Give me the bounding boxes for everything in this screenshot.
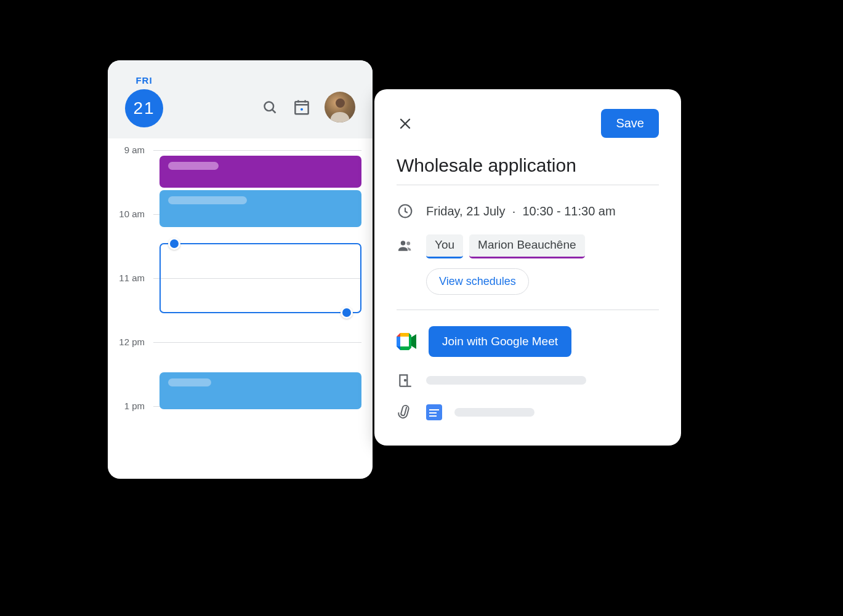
attendee-chips: You Marion Beauchêne	[426, 234, 585, 258]
attendees-row: You Marion Beauchêne View schedules	[397, 234, 659, 295]
divider	[397, 310, 659, 310]
event-datetime-text: Friday, 21 July · 10:30 - 11:30 am	[426, 204, 616, 218]
attachment-icon	[397, 404, 414, 421]
room-placeholder	[426, 376, 586, 385]
svg-rect-12	[400, 333, 409, 337]
svg-line-1	[272, 110, 275, 113]
clock-icon	[397, 202, 414, 220]
video-call-row: Join with Google Meet	[397, 326, 659, 357]
event-time-row[interactable]: Friday, 21 July · 10:30 - 11:30 am	[397, 202, 659, 220]
svg-rect-14	[400, 346, 409, 350]
event-block[interactable]	[159, 190, 361, 227]
attendees-column: You Marion Beauchêne View schedules	[426, 234, 585, 295]
calendar-header: FRI 21	[108, 60, 373, 138]
calendar-timeline[interactable]: 9 am 10 am 11 am 12 pm 1 pm	[108, 138, 373, 471]
calendar-day-view: FRI 21 9 am 10 am 11 am 12 pm	[108, 60, 373, 479]
header-actions	[260, 92, 355, 127]
event-title-placeholder	[168, 162, 219, 170]
close-icon[interactable]	[397, 115, 414, 132]
events-layer	[153, 151, 361, 471]
time-label: 1 pm	[108, 401, 153, 411]
time-label: 9 am	[108, 145, 153, 155]
calendar-today-icon[interactable]	[292, 98, 311, 116]
time-label: 10 am	[108, 209, 153, 219]
join-meet-button[interactable]: Join with Google Meet	[429, 326, 571, 357]
time-label: 11 am	[108, 273, 153, 283]
attachment-placeholder	[454, 408, 534, 417]
attachment-row[interactable]	[397, 404, 659, 421]
date-number-circle: 21	[125, 89, 163, 127]
detail-header: Save	[397, 109, 659, 138]
event-block[interactable]	[159, 156, 361, 188]
drag-handle-end[interactable]	[341, 306, 353, 319]
event-detail-panel: Save Wholesale application Friday, 21 Ju…	[374, 89, 681, 446]
search-icon[interactable]	[260, 98, 279, 116]
save-button[interactable]: Save	[601, 109, 659, 138]
date-badge[interactable]: FRI 21	[125, 75, 163, 127]
time-label: 12 pm	[108, 337, 153, 347]
event-title-placeholder	[168, 378, 211, 386]
doc-icon[interactable]	[426, 404, 442, 420]
room-row[interactable]	[397, 372, 659, 389]
event-title-placeholder	[168, 196, 247, 204]
svg-rect-2	[295, 102, 308, 114]
room-icon	[397, 372, 414, 389]
google-meet-icon	[397, 333, 416, 350]
view-schedules-button[interactable]: View schedules	[426, 268, 529, 295]
attendee-chip-guest[interactable]: Marion Beauchêne	[469, 234, 585, 258]
svg-rect-13	[397, 337, 400, 346]
svg-point-10	[401, 241, 405, 245]
drag-handle-start[interactable]	[168, 238, 180, 250]
avatar[interactable]	[325, 92, 355, 122]
people-icon	[397, 237, 414, 254]
event-title[interactable]: Wholesale application	[397, 155, 659, 185]
attendee-chip-you[interactable]: You	[426, 234, 463, 258]
svg-point-16	[405, 380, 406, 381]
day-of-week-label: FRI	[135, 75, 152, 86]
svg-point-11	[406, 242, 410, 246]
svg-point-0	[264, 102, 273, 111]
time-selection-box[interactable]	[159, 243, 361, 313]
event-block[interactable]	[159, 372, 361, 409]
svg-point-6	[300, 108, 303, 111]
